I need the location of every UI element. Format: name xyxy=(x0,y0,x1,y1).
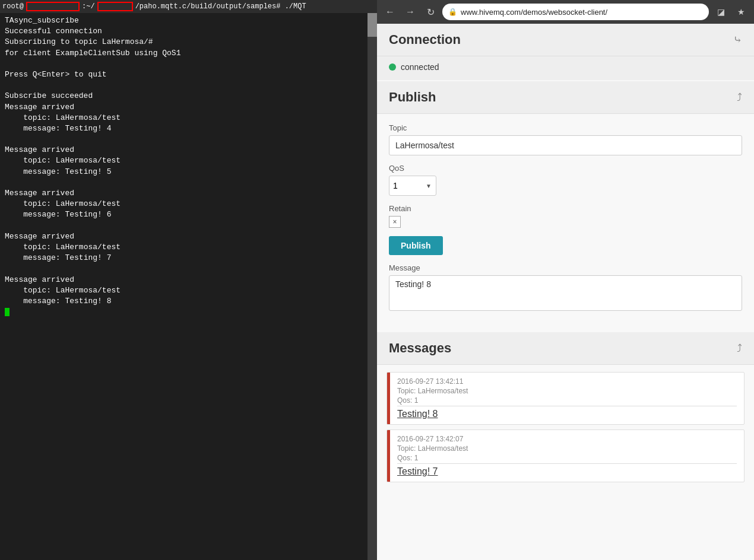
reload-button[interactable]: ↻ xyxy=(422,4,439,20)
url-text: www.hivemq.com/demos/websocket-client/ xyxy=(461,8,703,17)
retain-field-group: Retain × xyxy=(389,204,742,228)
publish-section-header: Publish ⤴ xyxy=(377,81,754,114)
message-label: Message xyxy=(389,263,742,272)
lock-icon: 🔒 xyxy=(448,8,457,16)
retain-checkbox[interactable]: × xyxy=(389,216,401,228)
messages-body: 2016-09-27 13:42:11Topic: LaHermosa/test… xyxy=(377,365,754,494)
publish-collapse-button[interactable]: ⤴ xyxy=(737,92,742,103)
message-timestamp: 2016-09-27 13:42:07 xyxy=(397,435,737,443)
message-qos: Qos: 1 xyxy=(397,454,737,462)
status-dot xyxy=(389,63,396,71)
message-qos: Qos: 1 xyxy=(397,396,737,405)
terminal-scrollbar-thumb xyxy=(368,13,377,37)
terminal-suffix: /paho.mqtt.c/build/output/samples# ./MQT xyxy=(135,2,306,11)
status-text: connected xyxy=(401,62,439,72)
messages-title: Messages xyxy=(389,341,451,356)
forward-button[interactable]: → xyxy=(402,4,419,20)
messages-collapse-button[interactable]: ⤴ xyxy=(737,343,742,354)
terminal-titlebar: root@ :~/ /paho.mqtt.c/build/output/samp… xyxy=(0,0,377,13)
message-topic: Topic: LaHermosa/test xyxy=(397,444,737,453)
terminal-panel: root@ :~/ /paho.mqtt.c/build/output/samp… xyxy=(0,0,377,560)
publish-body: Topic QoS 0 1 2 Retain xyxy=(377,114,754,331)
publish-section: Publish ⤴ Topic QoS 0 1 2 xyxy=(377,81,754,331)
connection-section-header: Connection ⤷ xyxy=(377,24,754,56)
bookmark-button[interactable]: ★ xyxy=(733,4,749,20)
back-button[interactable]: ← xyxy=(382,4,398,20)
message-card: 2016-09-27 13:42:07Topic: LaHermosa/test… xyxy=(386,429,745,482)
message-divider xyxy=(397,406,737,406)
terminal-cursor xyxy=(5,308,9,316)
terminal-scrollbar[interactable] xyxy=(368,13,377,560)
message-card-body: 2016-09-27 13:42:11Topic: LaHermosa/test… xyxy=(390,373,744,424)
browser-panel: ← → ↻ 🔒 www.hivemq.com/demos/websocket-c… xyxy=(377,0,754,560)
qos-select[interactable]: 0 1 2 xyxy=(389,176,436,196)
terminal-user-prefix: root@ xyxy=(2,2,24,11)
message-card-body: 2016-09-27 13:42:07Topic: LaHermosa/test… xyxy=(390,430,744,482)
browser-toolbar: ← → ↻ 🔒 www.hivemq.com/demos/websocket-c… xyxy=(377,0,754,24)
connection-status-row: connected xyxy=(377,56,754,80)
message-timestamp: 2016-09-27 13:42:11 xyxy=(397,377,737,386)
connection-section: Connection ⤷ connected xyxy=(377,24,754,80)
publish-title: Publish xyxy=(389,90,436,105)
browser-content: Connection ⤷ connected Publish ⤴ Topic Q… xyxy=(377,24,754,560)
message-card: 2016-09-27 13:42:11Topic: LaHermosa/test… xyxy=(386,372,745,425)
messages-section: Messages ⤴ 2016-09-27 13:42:11Topic: LaH… xyxy=(377,332,754,494)
connection-collapse-button[interactable]: ⤷ xyxy=(733,34,742,45)
publish-button[interactable]: Publish xyxy=(389,236,443,255)
message-textarea[interactable] xyxy=(389,275,742,311)
address-bar[interactable]: 🔒 www.hivemq.com/demos/websocket-client/ xyxy=(442,4,709,20)
connection-title: Connection xyxy=(389,32,461,47)
topic-field-group: Topic xyxy=(389,123,742,155)
messages-section-header: Messages ⤴ xyxy=(377,332,754,365)
message-divider xyxy=(397,463,737,464)
cast-button[interactable]: ◪ xyxy=(712,4,729,20)
qos-field-group: QoS 0 1 2 xyxy=(389,164,742,196)
message-value: Testing! 8 xyxy=(397,409,737,419)
terminal-separator: :~/ xyxy=(82,2,95,11)
terminal-user-redbox xyxy=(26,2,80,11)
message-field-group: Message xyxy=(389,263,742,313)
topic-label: Topic xyxy=(389,123,742,132)
topic-input[interactable] xyxy=(389,135,742,155)
message-topic: Topic: LaHermosa/test xyxy=(397,387,737,395)
retain-label: Retain xyxy=(389,204,742,213)
message-value: Testing! 7 xyxy=(397,466,737,477)
terminal-content[interactable]: TAsync_subscribe Successful connection S… xyxy=(0,13,377,560)
qos-select-container: 0 1 2 xyxy=(389,176,436,196)
qos-label: QoS xyxy=(389,164,742,173)
retain-check-icon: × xyxy=(392,218,397,226)
terminal-path-redbox xyxy=(97,2,133,11)
